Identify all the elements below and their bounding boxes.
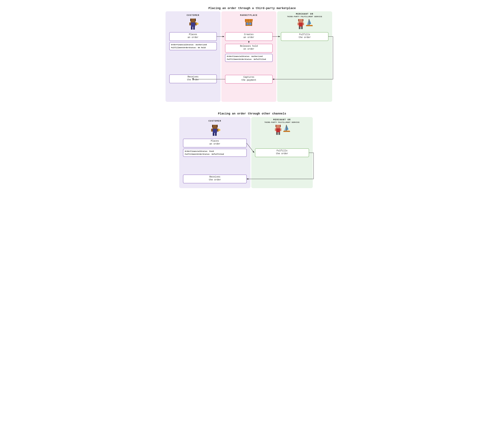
svg-text:THIRD-PARTY FULFILLMENT SERVIC: THIRD-PARTY FULFILLMENT SERVICE: [287, 16, 322, 18]
svg-rect-83: [211, 129, 213, 132]
svg-rect-38: [301, 27, 303, 29]
svg-text:MERCHANT OR: MERCHANT OR: [273, 119, 291, 121]
svg-text:Receives: Receives: [188, 75, 198, 78]
svg-rect-12: [195, 18, 196, 21]
svg-text:MERCHANT OR: MERCHANT OR: [296, 13, 313, 15]
svg-text:FulfillmentOrderStatus: Unfulf: FulfillmentOrderStatus: Unfulfilled: [185, 153, 224, 155]
svg-text:Fulfills: Fulfills: [276, 149, 287, 152]
svg-text:the order: the order: [209, 178, 221, 181]
svg-rect-25: [252, 19, 252, 22]
svg-text:THIRD-PARTY FULFILLMENT SERVIC: THIRD-PARTY FULFILLMENT SERVICE: [264, 121, 300, 123]
svg-text:OrderFinancialStatus: Paid: OrderFinancialStatus: Paid: [185, 150, 214, 152]
svg-text:Placing an order through other: Placing an order through other channels: [218, 112, 286, 115]
svg-point-87: [218, 129, 220, 131]
svg-rect-27: [246, 23, 249, 25]
svg-rect-22: [247, 19, 248, 22]
svg-text:OrderFinancialStatus: Authoriz: OrderFinancialStatus: Authorized: [227, 55, 263, 57]
svg-text:an order: an order: [243, 36, 254, 39]
svg-text:the payment: the payment: [241, 79, 256, 81]
svg-rect-85: [213, 133, 214, 136]
svg-rect-21: [245, 19, 246, 22]
svg-rect-31: [299, 19, 303, 23]
svg-rect-32: [298, 19, 299, 21]
svg-text:an order: an order: [188, 36, 198, 39]
svg-rect-82: [213, 129, 217, 133]
svg-text:MARKETPLACE: MARKETPLACE: [240, 14, 258, 17]
svg-rect-11: [190, 18, 191, 21]
svg-text:OrderFinancialStatus: Authoriz: OrderFinancialStatus: Authorized: [171, 44, 207, 46]
svg-rect-17: [193, 27, 195, 30]
svg-text:CUSTOMER: CUSTOMER: [208, 120, 221, 122]
svg-text:Creates: Creates: [244, 33, 253, 36]
svg-rect-43: [306, 25, 313, 26]
svg-rect-90: [280, 125, 281, 127]
svg-rect-34: [299, 23, 303, 27]
svg-rect-24: [250, 19, 251, 22]
svg-rect-98: [286, 125, 287, 131]
svg-text:Placing an order through a thi: Placing an order through a third-party m…: [208, 7, 296, 10]
svg-rect-35: [298, 23, 299, 25]
svg-rect-91: [276, 128, 280, 132]
svg-rect-41: [309, 19, 309, 25]
svg-rect-33: [303, 19, 303, 21]
svg-text:an order: an order: [209, 143, 220, 145]
svg-rect-92: [275, 128, 276, 131]
svg-text:CUSTOMER: CUSTOMER: [187, 14, 199, 17]
svg-rect-79: [213, 125, 217, 129]
svg-rect-100: [283, 131, 290, 132]
svg-text:Captures: Captures: [243, 76, 254, 78]
svg-rect-89: [275, 125, 276, 127]
svg-text:Receives: Receives: [209, 175, 220, 178]
svg-rect-88: [276, 125, 280, 128]
svg-rect-93: [280, 128, 281, 131]
svg-text:on order: on order: [243, 48, 254, 50]
svg-rect-81: [217, 125, 218, 127]
svg-rect-86: [215, 133, 217, 136]
svg-text:the order: the order: [276, 152, 288, 155]
svg-text:Places: Places: [211, 140, 219, 142]
svg-rect-29: [246, 22, 246, 26]
svg-rect-10: [191, 18, 196, 22]
svg-rect-36: [303, 23, 304, 25]
svg-text:FulfillmentOrderStatus: On hol: FulfillmentOrderStatus: On hold: [171, 47, 206, 49]
svg-rect-16: [191, 27, 193, 30]
svg-text:FulfillmentOrderStatus: Unfulf: FulfillmentOrderStatus: Unfulfilled: [227, 58, 266, 60]
svg-rect-13: [191, 22, 195, 27]
svg-rect-30: [252, 22, 252, 26]
svg-rect-23: [248, 19, 249, 22]
svg-rect-95: [278, 132, 280, 135]
svg-rect-80: [212, 125, 213, 127]
svg-text:Releases hold: Releases hold: [240, 45, 258, 47]
svg-rect-14: [189, 22, 191, 25]
svg-rect-28: [249, 23, 252, 25]
svg-rect-5: [277, 11, 332, 102]
svg-rect-94: [276, 132, 278, 135]
svg-text:Places: Places: [189, 33, 197, 36]
svg-point-18: [196, 23, 198, 25]
svg-text:the order: the order: [299, 36, 311, 39]
svg-rect-37: [299, 27, 301, 29]
svg-text:Fulfills: Fulfills: [299, 33, 310, 36]
